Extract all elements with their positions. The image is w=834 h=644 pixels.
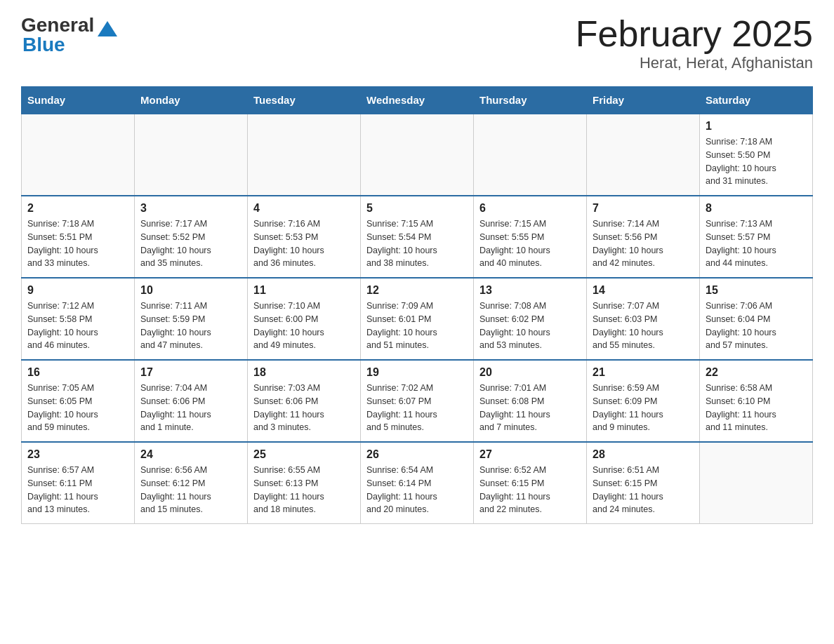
day-number: 15: [706, 284, 807, 297]
day-info: Sunrise: 7:05 AM Sunset: 6:05 PM Dayligh…: [27, 382, 128, 434]
day-number: 1: [706, 120, 807, 133]
day-info: Sunrise: 7:15 AM Sunset: 5:55 PM Dayligh…: [479, 217, 581, 270]
day-info: Sunrise: 7:01 AM Sunset: 6:08 PM Dayligh…: [479, 382, 581, 434]
calendar-day-cell: 11Sunrise: 7:10 AM Sunset: 6:00 PM Dayli…: [248, 278, 361, 360]
day-number: 12: [366, 284, 468, 297]
calendar-day-cell: 27Sunrise: 6:52 AM Sunset: 6:15 PM Dayli…: [474, 442, 587, 524]
calendar-day-cell: 22Sunrise: 6:58 AM Sunset: 6:10 PM Dayli…: [700, 360, 813, 442]
day-number: 3: [140, 202, 241, 215]
calendar-day-cell: [22, 114, 135, 196]
weekday-header-saturday: Saturday: [700, 87, 813, 114]
day-number: 19: [366, 366, 468, 379]
day-number: 2: [27, 202, 128, 215]
day-info: Sunrise: 6:52 AM Sunset: 6:15 PM Dayligh…: [479, 464, 581, 516]
day-number: 28: [593, 448, 694, 461]
calendar-day-cell: 18Sunrise: 7:03 AM Sunset: 6:06 PM Dayli…: [248, 360, 361, 442]
calendar-day-cell: 19Sunrise: 7:02 AM Sunset: 6:07 PM Dayli…: [361, 360, 474, 442]
day-info: Sunrise: 7:13 AM Sunset: 5:57 PM Dayligh…: [706, 217, 807, 270]
calendar-day-cell: 25Sunrise: 6:55 AM Sunset: 6:13 PM Dayli…: [248, 442, 361, 524]
calendar-subtitle: Herat, Herat, Afghanistan: [576, 54, 813, 72]
calendar-week-row: 1Sunrise: 7:18 AM Sunset: 5:50 PM Daylig…: [22, 114, 813, 196]
day-number: 21: [593, 366, 694, 379]
day-number: 10: [140, 284, 241, 297]
calendar-day-cell: 9Sunrise: 7:12 AM Sunset: 5:58 PM Daylig…: [22, 278, 135, 360]
day-number: 26: [366, 448, 468, 461]
weekday-header-thursday: Thursday: [474, 87, 587, 114]
day-number: 7: [593, 202, 694, 215]
day-info: Sunrise: 7:16 AM Sunset: 5:53 PM Dayligh…: [253, 217, 355, 270]
calendar-title: February 2025: [576, 14, 813, 54]
weekday-header-monday: Monday: [135, 87, 248, 114]
calendar-day-cell: 10Sunrise: 7:11 AM Sunset: 5:59 PM Dayli…: [135, 278, 248, 360]
calendar-day-cell: 26Sunrise: 6:54 AM Sunset: 6:14 PM Dayli…: [361, 442, 474, 524]
weekday-header-tuesday: Tuesday: [248, 87, 361, 114]
title-block: February 2025 Herat, Herat, Afghanistan: [576, 14, 813, 72]
day-info: Sunrise: 7:02 AM Sunset: 6:07 PM Dayligh…: [366, 382, 468, 434]
calendar-day-cell: 2Sunrise: 7:18 AM Sunset: 5:51 PM Daylig…: [22, 196, 135, 278]
day-info: Sunrise: 6:58 AM Sunset: 6:10 PM Dayligh…: [706, 382, 807, 434]
weekday-header-friday: Friday: [587, 87, 700, 114]
day-number: 11: [253, 284, 355, 297]
calendar-day-cell: 13Sunrise: 7:08 AM Sunset: 6:02 PM Dayli…: [474, 278, 587, 360]
calendar-day-cell: 15Sunrise: 7:06 AM Sunset: 6:04 PM Dayli…: [700, 278, 813, 360]
calendar-week-row: 23Sunrise: 6:57 AM Sunset: 6:11 PM Dayli…: [22, 442, 813, 524]
logo-blue: Blue: [22, 34, 65, 56]
logo-triangle-icon: [98, 21, 117, 36]
day-info: Sunrise: 7:06 AM Sunset: 6:04 PM Dayligh…: [706, 300, 807, 352]
day-number: 22: [706, 366, 807, 379]
page-header: General Blue February 2025 Herat, Herat,…: [21, 14, 813, 72]
calendar-day-cell: 28Sunrise: 6:51 AM Sunset: 6:15 PM Dayli…: [587, 442, 700, 524]
calendar-week-row: 2Sunrise: 7:18 AM Sunset: 5:51 PM Daylig…: [22, 196, 813, 278]
day-info: Sunrise: 6:51 AM Sunset: 6:15 PM Dayligh…: [593, 464, 694, 516]
day-number: 5: [366, 202, 468, 215]
day-info: Sunrise: 7:03 AM Sunset: 6:06 PM Dayligh…: [253, 382, 355, 434]
calendar-day-cell: [248, 114, 361, 196]
day-info: Sunrise: 6:54 AM Sunset: 6:14 PM Dayligh…: [366, 464, 468, 516]
day-number: 8: [706, 202, 807, 215]
day-info: Sunrise: 6:55 AM Sunset: 6:13 PM Dayligh…: [253, 464, 355, 516]
day-number: 13: [479, 284, 581, 297]
logo-text-block: General Blue: [21, 14, 117, 56]
calendar-day-cell: [135, 114, 248, 196]
day-number: 18: [253, 366, 355, 379]
calendar-day-cell: 3Sunrise: 7:17 AM Sunset: 5:52 PM Daylig…: [135, 196, 248, 278]
calendar-week-row: 9Sunrise: 7:12 AM Sunset: 5:58 PM Daylig…: [22, 278, 813, 360]
day-number: 9: [27, 284, 128, 297]
calendar-day-cell: 17Sunrise: 7:04 AM Sunset: 6:06 PM Dayli…: [135, 360, 248, 442]
day-info: Sunrise: 7:11 AM Sunset: 5:59 PM Dayligh…: [140, 300, 241, 352]
day-info: Sunrise: 7:15 AM Sunset: 5:54 PM Dayligh…: [366, 217, 468, 270]
calendar-day-cell: 21Sunrise: 6:59 AM Sunset: 6:09 PM Dayli…: [587, 360, 700, 442]
day-number: 6: [479, 202, 581, 215]
calendar-day-cell: 14Sunrise: 7:07 AM Sunset: 6:03 PM Dayli…: [587, 278, 700, 360]
calendar-day-cell: 4Sunrise: 7:16 AM Sunset: 5:53 PM Daylig…: [248, 196, 361, 278]
calendar-day-cell: [700, 442, 813, 524]
calendar-body: 1Sunrise: 7:18 AM Sunset: 5:50 PM Daylig…: [22, 114, 813, 524]
day-number: 14: [593, 284, 694, 297]
day-number: 24: [140, 448, 241, 461]
calendar-day-cell: [587, 114, 700, 196]
calendar-day-cell: 16Sunrise: 7:05 AM Sunset: 6:05 PM Dayli…: [22, 360, 135, 442]
day-number: 25: [253, 448, 355, 461]
calendar-day-cell: 12Sunrise: 7:09 AM Sunset: 6:01 PM Dayli…: [361, 278, 474, 360]
day-info: Sunrise: 7:17 AM Sunset: 5:52 PM Dayligh…: [140, 217, 241, 270]
day-info: Sunrise: 7:07 AM Sunset: 6:03 PM Dayligh…: [593, 300, 694, 352]
day-number: 4: [253, 202, 355, 215]
calendar-day-cell: 8Sunrise: 7:13 AM Sunset: 5:57 PM Daylig…: [700, 196, 813, 278]
calendar-week-row: 16Sunrise: 7:05 AM Sunset: 6:05 PM Dayli…: [22, 360, 813, 442]
day-number: 23: [27, 448, 128, 461]
calendar-header: SundayMondayTuesdayWednesdayThursdayFrid…: [22, 87, 813, 114]
calendar-day-cell: 5Sunrise: 7:15 AM Sunset: 5:54 PM Daylig…: [361, 196, 474, 278]
day-info: Sunrise: 7:09 AM Sunset: 6:01 PM Dayligh…: [366, 300, 468, 352]
day-info: Sunrise: 7:14 AM Sunset: 5:56 PM Dayligh…: [593, 217, 694, 270]
weekday-header-sunday: Sunday: [22, 87, 135, 114]
day-info: Sunrise: 7:18 AM Sunset: 5:51 PM Dayligh…: [27, 217, 128, 270]
calendar-day-cell: [361, 114, 474, 196]
calendar-day-cell: [474, 114, 587, 196]
day-info: Sunrise: 7:04 AM Sunset: 6:06 PM Dayligh…: [140, 382, 241, 434]
calendar-day-cell: 24Sunrise: 6:56 AM Sunset: 6:12 PM Dayli…: [135, 442, 248, 524]
calendar-day-cell: 1Sunrise: 7:18 AM Sunset: 5:50 PM Daylig…: [700, 114, 813, 196]
calendar-day-cell: 20Sunrise: 7:01 AM Sunset: 6:08 PM Dayli…: [474, 360, 587, 442]
day-info: Sunrise: 6:57 AM Sunset: 6:11 PM Dayligh…: [27, 464, 128, 516]
logo: General Blue: [21, 14, 117, 56]
day-number: 20: [479, 366, 581, 379]
